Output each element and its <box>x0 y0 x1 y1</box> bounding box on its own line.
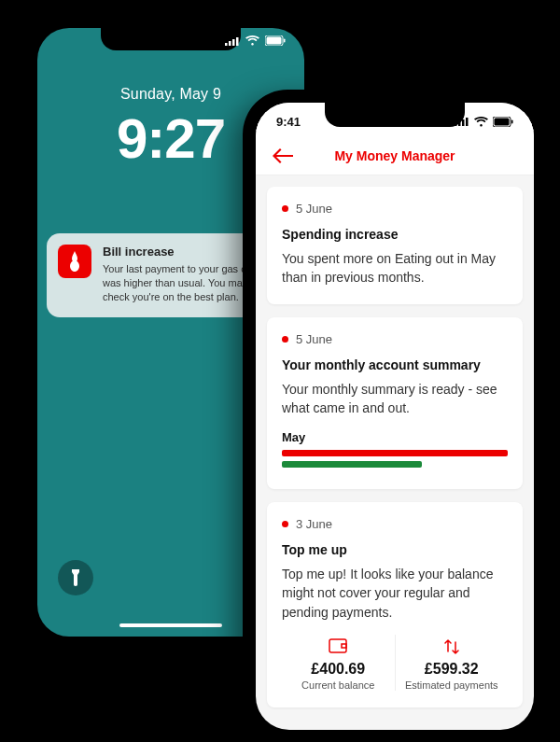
insight-card[interactable]: 5 June Your monthly account summary Your… <box>267 317 523 490</box>
card-title: Top me up <box>282 542 508 557</box>
svg-rect-6 <box>284 39 286 43</box>
estimate-amount: £599.32 <box>401 661 503 678</box>
svg-rect-3 <box>236 37 239 46</box>
balance-amount: £400.69 <box>287 661 389 678</box>
current-balance-col: £400.69 Current balance <box>282 635 396 691</box>
summary-bar-in <box>282 461 422 468</box>
card-date-text: 5 June <box>296 332 332 346</box>
card-date: 5 June <box>282 202 508 216</box>
arrow-left-icon <box>273 148 293 163</box>
card-body: You spent more on Eating out in May than… <box>282 249 508 287</box>
transfer-icon <box>401 638 503 655</box>
svg-rect-0 <box>225 43 228 46</box>
notch <box>101 28 241 50</box>
card-title: Spending increase <box>282 227 508 242</box>
wifi-icon <box>474 117 488 127</box>
phone-app: 9:41 My Money Manager 5 June Spending in… <box>243 90 547 742</box>
card-body: Your monthly summary is ready - see what… <box>282 380 508 418</box>
balance-caption: Current balance <box>287 679 389 691</box>
unread-dot-icon <box>282 521 288 527</box>
insight-card[interactable]: 5 June Spending increase You spent more … <box>267 187 523 304</box>
page-title: My Money Manager <box>334 148 455 163</box>
card-date-text: 5 June <box>296 202 332 216</box>
svg-rect-5 <box>267 37 282 45</box>
card-body: Top me up! It looks like your balance mi… <box>282 565 508 622</box>
home-indicator[interactable] <box>119 623 222 627</box>
svg-rect-2 <box>232 39 235 46</box>
card-date: 5 June <box>282 332 508 346</box>
card-date: 3 June <box>282 517 508 531</box>
svg-rect-15 <box>342 644 346 648</box>
wifi-icon <box>245 35 259 46</box>
flashlight-button[interactable] <box>58 560 93 595</box>
svg-rect-9 <box>462 119 465 126</box>
summary-bar-out <box>282 450 508 456</box>
unread-dot-icon <box>282 205 288 212</box>
summary-month-label: May <box>282 430 508 444</box>
back-button[interactable] <box>273 148 293 163</box>
svg-rect-13 <box>511 119 513 123</box>
estimated-payments-col: £599.32 Estimated payments <box>396 635 509 691</box>
insights-feed[interactable]: 5 June Spending increase You spent more … <box>256 175 534 730</box>
wallet-icon <box>287 638 389 655</box>
status-bar <box>225 35 286 46</box>
santander-flame-icon <box>58 245 91 278</box>
signal-icon <box>225 36 240 46</box>
svg-rect-14 <box>329 639 346 652</box>
card-date-text: 3 June <box>296 517 332 531</box>
insight-card[interactable]: 3 June Top me up Top me up! It looks lik… <box>267 502 523 707</box>
svg-rect-1 <box>229 41 231 46</box>
estimate-caption: Estimated payments <box>401 679 503 691</box>
battery-icon <box>493 117 513 127</box>
battery-icon <box>265 35 286 46</box>
balance-summary: £400.69 Current balance £599.32 Estimate… <box>282 635 508 691</box>
svg-rect-12 <box>495 118 510 125</box>
card-title: Your monthly account summary <box>282 357 508 372</box>
unread-dot-icon <box>282 336 288 343</box>
status-time: 9:41 <box>276 115 301 129</box>
flashlight-icon <box>69 569 82 586</box>
notch <box>325 103 465 127</box>
svg-rect-10 <box>466 118 469 126</box>
